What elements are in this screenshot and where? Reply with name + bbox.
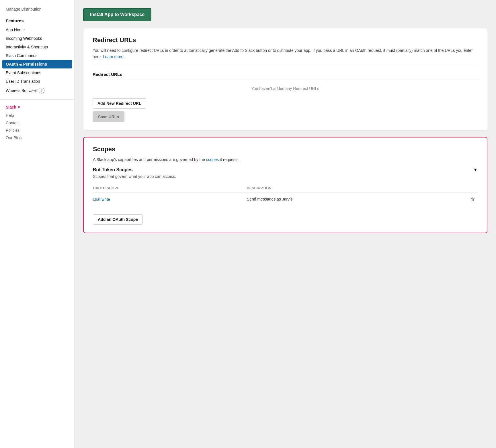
sidebar-item-policies[interactable]: Policies <box>6 127 69 134</box>
sidebar: Manage Distribution Features App Home In… <box>0 0 75 448</box>
sidebar-slack-label: Slack ♥ <box>6 104 69 112</box>
sidebar-slack-section: Slack ♥ Help Contact Policies Our Blog <box>0 104 74 142</box>
bot-token-header: Bot Token Scopes ▼ <box>93 167 478 172</box>
slack-heart-icon: ♥ <box>18 105 20 109</box>
redirect-urls-card: Redirect URLs You will need to configure… <box>83 28 487 131</box>
chevron-down-icon[interactable]: ▼ <box>473 167 478 172</box>
sidebar-item-manage-distribution[interactable]: Manage Distribution <box>0 5 74 15</box>
sidebar-item-label: OAuth & Permissions <box>6 62 47 66</box>
question-icon: ? <box>39 88 44 93</box>
sidebar-item-label: App Home <box>6 27 25 32</box>
learn-more-link[interactable]: Learn more. <box>103 54 124 59</box>
add-oauth-scope-button[interactable]: Add an OAuth Scope <box>93 214 143 225</box>
sidebar-item-label: Event Subscriptions <box>6 70 41 75</box>
scopes-description: A Slack app's capabilities and permissio… <box>93 156 478 163</box>
sidebar-item-label: Where's Bot User <box>6 88 37 93</box>
main-content: Install App to Workspace Redirect URLs Y… <box>75 0 496 448</box>
sidebar-features-title: Features <box>0 15 74 25</box>
delete-scope-icon[interactable]: 🗑 <box>471 197 475 202</box>
sidebar-item-label: Interactivity & Shortcuts <box>6 45 48 49</box>
sidebar-item-event-subscriptions[interactable]: Event Subscriptions <box>0 68 74 77</box>
bot-token-description: Scopes that govern what your app can acc… <box>93 174 478 179</box>
sidebar-item-label: Slash Commands <box>6 53 38 58</box>
sidebar-item-app-home[interactable]: App Home <box>0 25 74 34</box>
sidebar-item-label: Incoming Webhooks <box>6 36 42 41</box>
sidebar-item-wheres-bot-user[interactable]: Where's Bot User ? <box>0 86 74 95</box>
redirect-urls-description: You will need to configure redirect URLs… <box>93 47 478 60</box>
scopes-table: OAuth Scope Description chat:write Send … <box>93 184 478 206</box>
sidebar-item-help[interactable]: Help <box>6 112 69 119</box>
sidebar-item-interactivity[interactable]: Interactivity & Shortcuts <box>0 43 74 51</box>
sidebar-item-slash-commands[interactable]: Slash Commands <box>0 51 74 60</box>
install-app-button[interactable]: Install App to Workspace <box>83 8 151 21</box>
scopes-title: Scopes <box>93 146 478 153</box>
scope-row: chat:write Send messages as Jarvis 🗑 <box>93 193 478 206</box>
bot-token-title: Bot Token Scopes <box>93 167 132 172</box>
scopes-card: Scopes A Slack app's capabilities and pe… <box>83 137 487 233</box>
redirect-urls-subsection-title: Redirect URLs <box>93 72 478 77</box>
save-urls-button[interactable]: Save URLs <box>93 111 124 122</box>
card-divider <box>93 66 478 66</box>
redirect-urls-title: Redirect URLs <box>93 36 478 44</box>
add-new-redirect-url-button[interactable]: Add New Redirect URL <box>93 98 146 109</box>
redirect-urls-empty-state: You haven't added any Redirect URLs <box>93 80 478 95</box>
scopes-link[interactable]: scopes <box>206 157 219 162</box>
sidebar-item-user-id-translation[interactable]: User ID Translation <box>0 77 74 86</box>
sidebar-item-contact[interactable]: Contact <box>6 119 69 127</box>
sidebar-item-label: User ID Translation <box>6 79 40 84</box>
sidebar-divider <box>0 99 74 100</box>
scope-name-link[interactable]: chat:write <box>93 197 110 202</box>
sidebar-item-our-blog[interactable]: Our Blog <box>6 134 69 142</box>
slack-text: Slack <box>6 105 16 109</box>
col-header-description: Description <box>247 184 478 193</box>
sidebar-item-incoming-webhooks[interactable]: Incoming Webhooks <box>0 34 74 43</box>
scope-description: Send messages as Jarvis <box>247 197 293 201</box>
sidebar-item-oauth-permissions[interactable]: OAuth & Permissions <box>2 60 72 68</box>
col-header-oauth-scope: OAuth Scope <box>93 184 247 193</box>
